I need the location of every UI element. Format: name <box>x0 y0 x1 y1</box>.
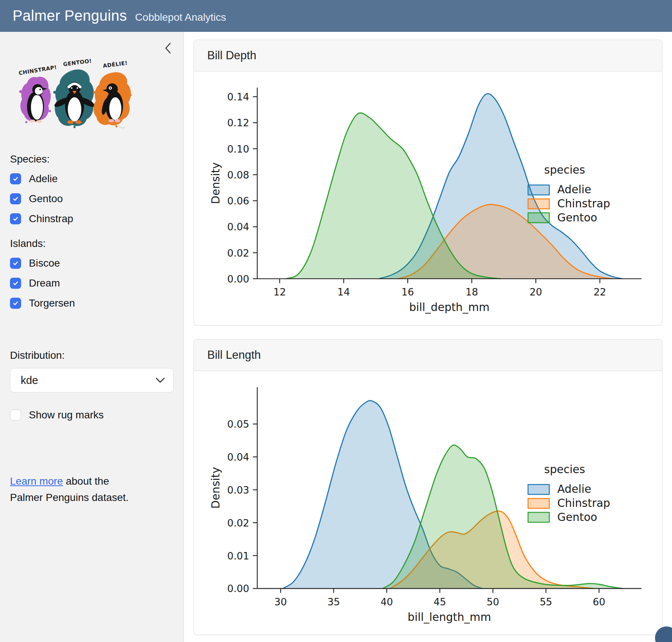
svg-text:Chinstrap: Chinstrap <box>557 197 610 210</box>
gentoo-checkbox[interactable] <box>10 193 21 204</box>
biscoe-checkbox[interactable] <box>10 258 21 269</box>
svg-text:species: species <box>544 463 585 476</box>
bill-length-card: Bill Length 303540455055600.000.010.020.… <box>194 339 662 635</box>
svg-text:Density: Density <box>209 162 222 204</box>
rug-marks-checkbox-label: Show rug marks <box>29 409 104 421</box>
svg-text:20: 20 <box>530 286 542 298</box>
bill-length-card-body: 303540455055600.000.010.020.030.040.05bi… <box>194 371 662 635</box>
checkmark-icon <box>12 195 19 203</box>
svg-text:0.08: 0.08 <box>227 169 249 181</box>
svg-text:50: 50 <box>487 596 499 608</box>
gentoo-checkbox-label: Gentoo <box>29 193 63 205</box>
bill-length-card-header: Bill Length <box>194 340 662 371</box>
svg-text:0.03: 0.03 <box>227 484 249 495</box>
app-title: Palmer Penguins <box>13 7 127 24</box>
svg-text:0.02: 0.02 <box>227 517 249 528</box>
svg-text:Density: Density <box>209 467 222 509</box>
island-checkbox-row-torgersen[interactable]: Torgersen <box>10 297 174 310</box>
chinstrap-artwork-label: CHINSTRAP! <box>18 64 57 76</box>
adelie-artwork-label: ADÉLIE! <box>103 60 128 69</box>
checkmark-icon <box>12 215 19 223</box>
islands-group-label: Islands: <box>10 238 174 250</box>
adelie-checkbox[interactable] <box>10 173 21 184</box>
svg-text:Adelie: Adelie <box>557 183 591 196</box>
sidebar-collapse-button[interactable] <box>162 41 174 56</box>
adelie-penguin-illustration <box>93 72 132 128</box>
checkmark-icon <box>12 280 19 287</box>
checkmark-icon <box>12 300 19 307</box>
biscoe-checkbox-label: Biscoe <box>29 257 60 269</box>
checkmark-icon <box>12 260 19 267</box>
svg-text:0.05: 0.05 <box>227 418 249 430</box>
learn-more-link[interactable]: Learn more <box>10 475 63 487</box>
dream-checkbox[interactable] <box>10 278 21 289</box>
dream-checkbox-label: Dream <box>29 277 60 289</box>
svg-text:60: 60 <box>593 596 605 608</box>
svg-text:0.06: 0.06 <box>227 195 249 207</box>
torgersen-checkbox[interactable] <box>10 298 21 309</box>
svg-text:0.14: 0.14 <box>227 91 249 103</box>
svg-text:45: 45 <box>434 596 446 608</box>
bill-depth-card-body: 1214161820220.000.020.040.060.080.100.12… <box>194 71 662 325</box>
adelie-checkbox-label: Adelie <box>29 173 58 185</box>
chevron-left-icon <box>164 42 172 54</box>
bill-depth-kde-chart: 1214161820220.000.020.040.060.080.100.12… <box>197 76 659 322</box>
distribution-label: Distribution: <box>10 350 174 361</box>
chevron-down-icon <box>155 377 165 383</box>
svg-text:0.10: 0.10 <box>227 143 249 155</box>
svg-text:Gentoo: Gentoo <box>557 211 597 224</box>
svg-text:Chinstrap: Chinstrap <box>557 496 610 509</box>
svg-text:30: 30 <box>274 596 287 608</box>
learn-more-paragraph: Learn more about the Palmer Penguins dat… <box>10 473 136 506</box>
bill-depth-card: Bill Depth 1214161820220.000.020.040.060… <box>194 40 662 325</box>
main-content: Bill Depth 1214161820220.000.020.040.060… <box>184 32 672 642</box>
chinstrap-checkbox[interactable] <box>10 213 21 224</box>
svg-text:12: 12 <box>273 286 286 298</box>
distribution-select[interactable]: kde <box>10 368 174 392</box>
artist-signature-scribble <box>116 127 125 128</box>
svg-text:40: 40 <box>380 596 393 608</box>
svg-text:0.02: 0.02 <box>227 247 249 259</box>
header-bar: Palmer Penguins Cobblepot Analytics <box>0 0 672 32</box>
svg-text:22: 22 <box>594 286 606 298</box>
svg-text:35: 35 <box>327 596 340 608</box>
species-checkbox-row-gentoo[interactable]: Gentoo <box>10 193 174 205</box>
svg-text:14: 14 <box>337 286 350 298</box>
gentoo-penguin-illustration <box>53 69 96 128</box>
island-checkbox-row-dream[interactable]: Dream <box>10 277 174 290</box>
header-title-group: Palmer Penguins Cobblepot Analytics <box>13 7 226 24</box>
rug-marks-checkbox-row[interactable]: Show rug marks <box>10 409 174 421</box>
svg-text:0.01: 0.01 <box>227 550 249 561</box>
bill-length-card-title: Bill Length <box>207 348 261 361</box>
svg-text:0.00: 0.00 <box>227 583 249 594</box>
app-subtitle: Cobblepot Analytics <box>135 11 226 23</box>
distribution-select-value: kde <box>21 374 38 387</box>
svg-text:Adelie: Adelie <box>557 482 591 495</box>
svg-text:0.04: 0.04 <box>227 451 249 462</box>
species-checkbox-row-adelie[interactable]: Adelie <box>10 173 174 185</box>
svg-text:bill_length_mm: bill_length_mm <box>408 610 491 623</box>
checkmark-icon <box>12 175 19 183</box>
svg-text:0.00: 0.00 <box>227 273 249 285</box>
species-group-label: Species: <box>10 153 174 165</box>
svg-text:species: species <box>544 163 585 176</box>
svg-text:Gentoo: Gentoo <box>557 510 597 523</box>
svg-text:bill_depth_mm: bill_depth_mm <box>409 301 490 314</box>
svg-text:0.04: 0.04 <box>227 221 249 233</box>
svg-text:55: 55 <box>540 596 552 608</box>
svg-text:16: 16 <box>401 286 414 298</box>
sidebar: CHINSTRAP! GENTOO! ADÉLIE! Species: Adel… <box>0 32 184 642</box>
page-content: CHINSTRAP! GENTOO! ADÉLIE! Species: Adel… <box>0 32 672 642</box>
torgersen-checkbox-label: Torgersen <box>29 297 75 309</box>
penguins-artwork-image: CHINSTRAP! GENTOO! ADÉLIE! <box>10 53 138 129</box>
svg-text:18: 18 <box>466 286 478 298</box>
rug-marks-checkbox[interactable] <box>10 409 21 421</box>
bill-length-kde-chart: 303540455055600.000.010.020.030.040.05bi… <box>197 375 659 632</box>
bill-depth-card-title: Bill Depth <box>207 49 256 62</box>
svg-text:0.12: 0.12 <box>227 117 249 128</box>
bill-depth-card-header: Bill Depth <box>194 40 662 71</box>
island-checkbox-row-biscoe[interactable]: Biscoe <box>10 257 174 270</box>
species-checkbox-row-chinstrap[interactable]: Chinstrap <box>10 213 174 225</box>
gentoo-artwork-label: GENTOO! <box>63 58 92 67</box>
chinstrap-checkbox-label: Chinstrap <box>29 213 73 225</box>
